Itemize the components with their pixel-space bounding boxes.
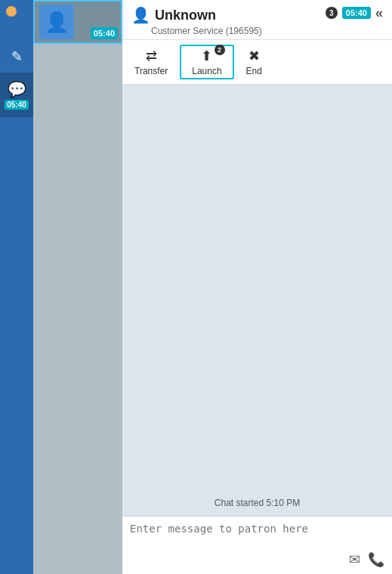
- phone-icon-button[interactable]: 📞: [368, 551, 384, 568]
- sidebar: ✎ 💬 05:40: [0, 0, 33, 574]
- panel-item-timer: 05:40: [91, 27, 118, 39]
- collapse-button[interactable]: «: [375, 6, 383, 20]
- message-input[interactable]: [130, 523, 384, 547]
- chat-panel: 👤 05:40: [33, 0, 122, 574]
- chat-header-right: 3 05:40 «: [326, 6, 383, 20]
- phone-icon: 📞: [368, 552, 384, 567]
- sidebar-item-chat[interactable]: 💬 05:40: [0, 73, 33, 117]
- launch-icon: ⬆: [201, 48, 212, 64]
- chat-header-name-row: 👤 Unknown: [131, 6, 262, 24]
- header-timer: 05:40: [342, 7, 371, 19]
- chat-icon: 💬: [8, 80, 26, 98]
- chat-started-message: Chat started 5:10 PM: [215, 498, 300, 508]
- header-badge: 3: [326, 7, 338, 19]
- chat-contact-name: Unknown: [155, 8, 216, 23]
- launch-button[interactable]: 2 ⬆ Launch: [180, 45, 233, 79]
- send-icon: ✉: [349, 552, 360, 567]
- input-actions: ✉ 📞: [130, 551, 384, 568]
- chat-toolbar: ⇄ Transfer 2 ⬆ Launch ✖ End: [122, 40, 392, 85]
- main-chat-area: 👤 Unknown Customer Service (196595) 3 05…: [122, 0, 392, 574]
- chat-header-left: 👤 Unknown Customer Service (196595): [131, 6, 262, 36]
- launch-label: Launch: [192, 66, 221, 76]
- panel-chat-item[interactable]: 👤 05:40: [33, 0, 122, 44]
- chat-messages-area: Chat started 5:10 PM: [122, 85, 392, 516]
- end-button[interactable]: ✖ End: [234, 45, 274, 79]
- end-label: End: [246, 66, 262, 76]
- chat-header: 👤 Unknown Customer Service (196595) 3 05…: [122, 0, 392, 40]
- header-user-icon: 👤: [131, 6, 150, 24]
- sidebar-item-edit[interactable]: ✎: [0, 41, 33, 73]
- end-icon: ✖: [248, 48, 260, 64]
- avatar: 👤: [39, 5, 74, 39]
- sidebar-chat-timer: 05:40: [5, 100, 29, 110]
- transfer-label: Transfer: [134, 66, 168, 76]
- launch-badge: 2: [215, 45, 225, 55]
- edit-icon: ✎: [11, 48, 23, 65]
- send-icon-button[interactable]: ✉: [349, 551, 360, 568]
- chat-input-area: ✉ 📞: [122, 516, 392, 574]
- transfer-icon: ⇄: [146, 48, 157, 64]
- chat-queue-name: Customer Service (196595): [151, 26, 262, 36]
- transfer-button[interactable]: ⇄ Transfer: [122, 45, 180, 79]
- user-avatar-icon: 👤: [45, 11, 69, 34]
- status-dot: [6, 6, 17, 17]
